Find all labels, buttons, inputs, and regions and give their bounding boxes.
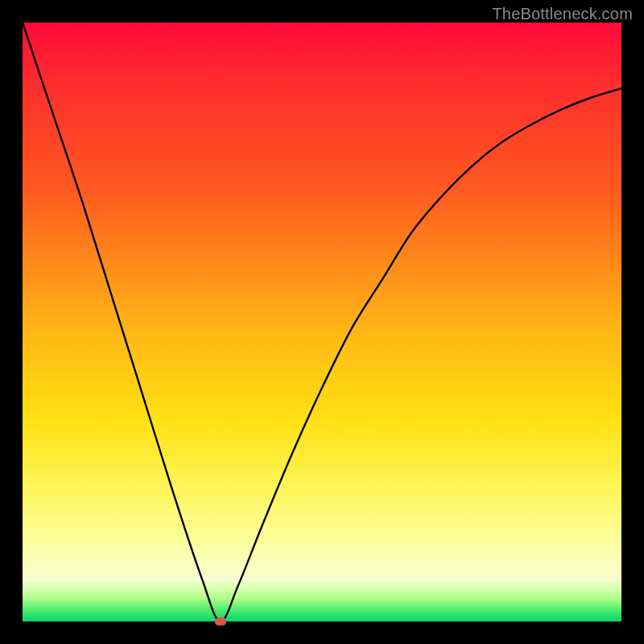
chart-frame: TheBottleneck.com [0,0,644,644]
optimum-marker [215,617,226,625]
bottleneck-curve [23,23,621,621]
plot-area [23,23,621,621]
watermark-text: TheBottleneck.com [492,5,633,23]
